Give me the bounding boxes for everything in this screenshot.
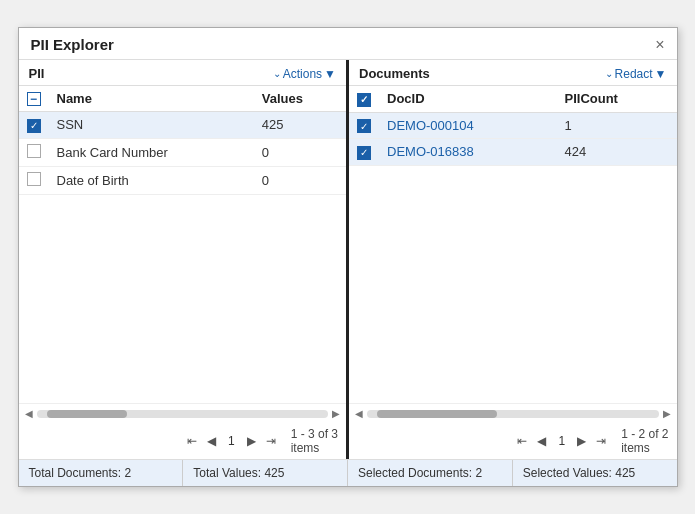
redact-label: Redact — [615, 67, 653, 81]
pii-checkbox-ssn[interactable] — [27, 119, 41, 133]
docs-panel-header: Documents ⌄ Redact ▼ — [349, 60, 677, 86]
close-button[interactable]: × — [655, 37, 664, 53]
redact-button[interactable]: ⌄ Redact ▼ — [605, 67, 667, 81]
pii-pagination: ⇤ ◀ 1 ▶ ⇥ 1 - 3 of 3 items — [19, 423, 347, 459]
docs-row-cb-1[interactable] — [349, 112, 379, 139]
title-bar: PII Explorer × — [19, 28, 677, 60]
footer-total-docs: Total Documents: 2 — [19, 460, 184, 486]
docs-docid-2: DEMO-016838 — [379, 139, 557, 166]
pii-name-bcn: Bank Card Number — [49, 138, 254, 166]
docs-docid-col-header: DocID — [379, 86, 557, 112]
pii-row-cb-ssn[interactable] — [19, 112, 49, 139]
pii-row-cb-bcn[interactable] — [19, 138, 49, 166]
docs-select-all-col — [349, 86, 379, 112]
pii-select-all-col — [19, 86, 49, 112]
dialog-body: PII ⌄ Actions ▼ Name Values — [19, 60, 677, 459]
docs-scrollbar-row: ◀ ▶ — [349, 403, 677, 423]
docs-table-header-row: DocID PIICount — [349, 86, 677, 112]
docs-piicount-2: 424 — [557, 139, 677, 166]
pii-first-page-button[interactable]: ⇤ — [184, 433, 200, 449]
pii-explorer-dialog: PII Explorer × PII ⌄ Actions ▼ — [18, 27, 678, 487]
docs-scroll-left[interactable]: ◀ — [355, 408, 363, 419]
docs-select-all-checkbox[interactable] — [357, 93, 371, 107]
docs-piicount-1: 1 — [557, 112, 677, 139]
pii-values-bcn: 0 — [254, 138, 346, 166]
pii-panel-title: PII — [29, 66, 45, 81]
pii-scrollbar-row: ◀ ▶ — [19, 403, 347, 423]
pii-table-header-row: Name Values — [19, 86, 347, 112]
redact-chevron: ⌄ — [605, 68, 613, 79]
select-all-checkbox[interactable] — [27, 92, 41, 106]
pii-next-page-button[interactable]: ▶ — [244, 433, 259, 449]
pii-values-col-header: Values — [254, 86, 346, 112]
pii-table: Name Values SSN 425 — [19, 86, 347, 195]
docs-first-page-button[interactable]: ⇤ — [514, 433, 530, 449]
pii-row-cb-dob[interactable] — [19, 166, 49, 194]
docs-scrollbar-arrows: ◀ ▶ — [355, 408, 671, 419]
table-row: Date of Birth 0 — [19, 166, 347, 194]
pii-values-dob: 0 — [254, 166, 346, 194]
pii-values-ssn: 425 — [254, 112, 346, 139]
docs-scroll-right[interactable]: ▶ — [663, 408, 671, 419]
table-row: DEMO-000104 1 — [349, 112, 677, 139]
pii-pagination-info: 1 - 3 of 3 items — [291, 427, 338, 455]
docs-scrollbar-track[interactable] — [367, 410, 659, 418]
actions-dropdown-arrow: ▼ — [324, 67, 336, 81]
footer-total-values: Total Values: 425 — [183, 460, 348, 486]
docs-docid-1: DEMO-000104 — [379, 112, 557, 139]
redact-dropdown-arrow: ▼ — [655, 67, 667, 81]
footer-selected-values: Selected Values: 425 — [513, 460, 677, 486]
actions-chevron: ⌄ — [273, 68, 281, 79]
table-row: DEMO-016838 424 — [349, 139, 677, 166]
docs-row-cb-2[interactable] — [349, 139, 379, 166]
pii-panel: PII ⌄ Actions ▼ Name Values — [19, 60, 350, 459]
table-row: Bank Card Number 0 — [19, 138, 347, 166]
pii-checkbox-bcn[interactable] — [27, 144, 41, 158]
pii-scroll-left[interactable]: ◀ — [25, 408, 33, 419]
pii-panel-header: PII ⌄ Actions ▼ — [19, 60, 347, 86]
pii-name-col-header: Name — [49, 86, 254, 112]
docs-checkbox-1[interactable] — [357, 119, 371, 133]
docs-checkbox-2[interactable] — [357, 146, 371, 160]
docs-piicount-col-header: PIICount — [557, 86, 677, 112]
docs-scrollbar-thumb[interactable] — [377, 410, 497, 418]
documents-panel: Documents ⌄ Redact ▼ DocID PI — [349, 60, 677, 459]
dialog-title: PII Explorer — [31, 36, 114, 53]
pii-scrollbar-track[interactable] — [37, 410, 329, 418]
pii-checkbox-dob[interactable] — [27, 172, 41, 186]
pii-name-ssn: SSN — [49, 112, 254, 139]
pii-page-number: 1 — [223, 433, 240, 449]
actions-label: Actions — [283, 67, 322, 81]
docs-docid-link-1[interactable]: DEMO-000104 — [387, 118, 474, 133]
docs-panel-title: Documents — [359, 66, 430, 81]
docs-table: DocID PIICount DEMO-000104 1 — [349, 86, 677, 166]
docs-last-page-button[interactable]: ⇥ — [593, 433, 609, 449]
docs-next-page-button[interactable]: ▶ — [574, 433, 589, 449]
docs-table-container: DocID PIICount DEMO-000104 1 — [349, 86, 677, 403]
docs-page-number: 1 — [553, 433, 570, 449]
pii-table-container: Name Values SSN 425 — [19, 86, 347, 403]
docs-prev-page-button[interactable]: ◀ — [534, 433, 549, 449]
dialog-footer: Total Documents: 2 Total Values: 425 Sel… — [19, 459, 677, 486]
table-row: SSN 425 — [19, 112, 347, 139]
pii-scrollbar-arrows: ◀ ▶ — [25, 408, 341, 419]
pii-scroll-right[interactable]: ▶ — [332, 408, 340, 419]
actions-button[interactable]: ⌄ Actions ▼ — [273, 67, 336, 81]
docs-docid-link-2[interactable]: DEMO-016838 — [387, 144, 474, 159]
footer-selected-docs: Selected Documents: 2 — [348, 460, 513, 486]
docs-pagination: ⇤ ◀ 1 ▶ ⇥ 1 - 2 of 2 items — [349, 423, 677, 459]
pii-name-dob: Date of Birth — [49, 166, 254, 194]
pii-last-page-button[interactable]: ⇥ — [263, 433, 279, 449]
pii-scrollbar-thumb[interactable] — [47, 410, 127, 418]
pii-prev-page-button[interactable]: ◀ — [204, 433, 219, 449]
docs-pagination-info: 1 - 2 of 2 items — [621, 427, 668, 455]
